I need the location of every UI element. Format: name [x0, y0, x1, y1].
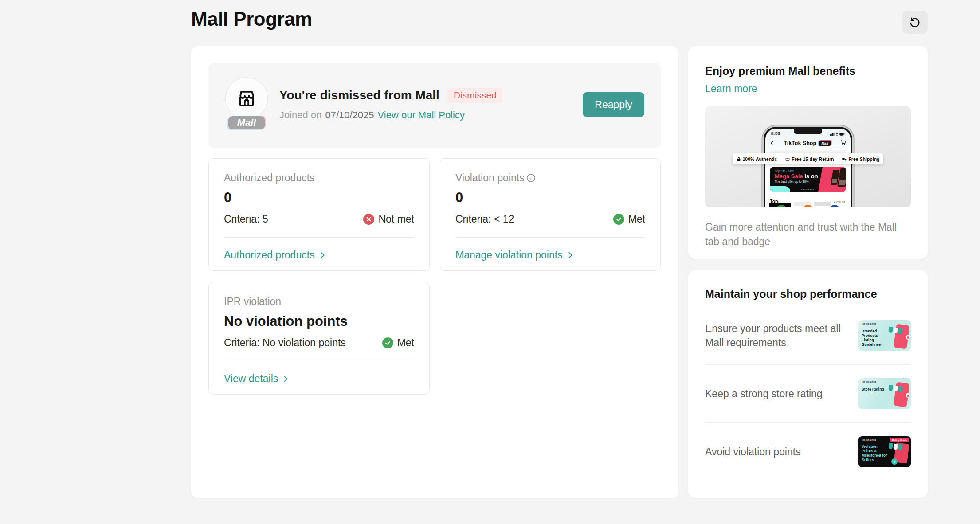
link-label: View details	[224, 373, 278, 385]
guide-item-violation-points[interactable]: Avoid violation points TikTok Shop Polic…	[705, 422, 911, 481]
metric-criteria: Criteria: 5	[224, 213, 268, 225]
phone-app-name: TikTok Shop	[784, 140, 816, 146]
metric-label: Authorized products	[224, 172, 315, 184]
mall-policy-link[interactable]: View our Mall Policy	[378, 109, 465, 121]
guide-text: Avoid violation points	[705, 445, 801, 459]
metric-card-violation-points: Violation points 0 Criteria: < 12 Met Ma…	[440, 158, 661, 271]
carousel-dots: ••••••••	[801, 188, 815, 191]
divider	[224, 361, 414, 361]
not-met-icon	[363, 214, 374, 225]
guide-text: Ensure your products meet all Mall requi…	[705, 321, 850, 350]
metric-label: Violation points	[455, 172, 525, 184]
phone-notch	[794, 129, 822, 134]
metric-card-authorized-products: Authorized products 0 Criteria: 5 Not me…	[208, 158, 430, 271]
performance-title: Maintain your shop performance	[705, 288, 911, 301]
thumb-title: Violation Points & Milestones for Seller…	[862, 444, 890, 462]
mall-program-page: Mall Program Mall You're dis	[0, 0, 980, 524]
mall-status-card: Mall You're dismissed from Mall Dismisse…	[191, 46, 678, 498]
reapply-button[interactable]: Reapply	[583, 92, 644, 117]
guide-item-mall-requirements[interactable]: Ensure your products meet all Mall requi…	[705, 307, 911, 364]
chevron-right-icon	[282, 375, 289, 382]
guide-thumbnail: TikTok Shop Policy Guide Violation Point…	[858, 436, 911, 467]
phone-mockup: 8:00 TikTok Shop Mall	[764, 127, 852, 207]
benefits-caption: Gain more attention and trust with the M…	[705, 220, 911, 249]
status-indicator: Met	[382, 337, 414, 349]
link-label: Authorized products	[224, 249, 315, 261]
metric-label: IPR violation	[224, 296, 281, 308]
authorized-products-link[interactable]: Authorized products	[224, 249, 326, 261]
mall-badge: Mall	[228, 116, 265, 129]
guide-thumbnail: TikTok Shop Branded Products Listing Gui…	[858, 320, 911, 351]
thumb-title: Store Rating	[862, 387, 890, 391]
mega-sale-banner: Sept 9th - 14th Mega Sale is on The best…	[770, 167, 846, 192]
met-icon	[382, 337, 393, 348]
banner-text: You're dismissed from Mall Dismissed Joi…	[279, 88, 503, 121]
shipping-feature: Free Shipping	[842, 156, 879, 162]
status-bar-icons	[830, 132, 845, 136]
mall-promo-image: 8:00 TikTok Shop Mall	[705, 106, 911, 207]
metric-card-ipr-violation: IPR violation No violation points Criter…	[208, 282, 430, 395]
thumb-title: Branded Products Listing Guidelines	[862, 329, 890, 347]
storefront-illustration	[890, 324, 909, 350]
metric-value: No violation points	[224, 313, 414, 329]
metric-criteria: Criteria: < 12	[455, 213, 514, 225]
mall-logo-circle	[225, 77, 268, 120]
back-icon	[770, 139, 774, 147]
thumb-logo: TikTok Shop	[862, 322, 876, 325]
performance-card: Maintain your shop performance Ensure yo…	[688, 270, 928, 498]
storefront-icon	[235, 87, 258, 109]
benefits-title: Enjoy premium Mall benefits	[705, 65, 855, 78]
metric-value: 0	[455, 190, 645, 206]
guide-item-store-rating[interactable]: Keep a strong store rating TikTok Shop S…	[705, 364, 911, 422]
status-label: Met	[628, 213, 645, 225]
refresh-button[interactable]	[902, 11, 928, 34]
sale-subtitle: The best offer up to 80%	[775, 180, 846, 183]
category-circles	[765, 205, 851, 207]
dismissal-banner: Mall You're dismissed from Mall Dismisse…	[208, 63, 661, 148]
storefront-illustration	[890, 440, 909, 466]
status-indicator: Met	[613, 213, 645, 225]
met-icon	[613, 214, 624, 225]
joined-date: 07/10/2025	[325, 109, 374, 121]
storefront-illustration	[890, 382, 909, 408]
mall-feature-pill: 100% Authentic Free 15-day Return Free S…	[733, 153, 883, 164]
thumb-logo: TikTok Shop	[862, 380, 876, 383]
status-badge: Dismissed	[447, 88, 503, 103]
status-indicator: Not met	[363, 213, 414, 225]
learn-more-link[interactable]: Learn more	[705, 83, 757, 95]
view-details-link[interactable]: View details	[224, 373, 289, 385]
info-icon[interactable]	[526, 173, 536, 183]
guide-thumbnail: TikTok Shop Store Rating	[858, 378, 911, 409]
guide-text: Keep a strong store rating	[705, 387, 823, 401]
return-box-icon	[785, 157, 790, 161]
status-label: Met	[397, 337, 414, 349]
mall-logo: Mall	[225, 77, 268, 129]
metric-criteria: Criteria: No violation points	[224, 337, 346, 349]
page-title: Mall Program	[191, 8, 312, 30]
authentic-feature: 100% Authentic	[737, 156, 777, 162]
sale-dates: Sept 9th - 14th	[775, 169, 846, 172]
manage-violation-points-link[interactable]: Manage violation points	[455, 249, 574, 261]
metric-value: 0	[224, 190, 414, 206]
chevron-right-icon	[319, 252, 326, 258]
chevron-right-icon	[567, 252, 574, 258]
truck-icon	[842, 157, 847, 161]
divider	[455, 237, 645, 238]
banner-title: You're dismissed from Mall	[279, 88, 439, 102]
benefits-card: Enjoy premium Mall benefits Learn more 8…	[688, 46, 928, 259]
cart-icon	[840, 139, 846, 147]
lock-icon	[737, 157, 741, 161]
sale-accent: Mega Sale	[775, 173, 803, 180]
joined-prefix: Joined on	[279, 109, 321, 121]
phone-mall-chip: Mall	[819, 141, 831, 146]
link-label: Manage violation points	[455, 249, 563, 261]
refresh-icon	[909, 16, 921, 29]
thumb-logo: TikTok Shop	[862, 438, 876, 441]
phone-time: 8:00	[771, 131, 780, 136]
divider	[224, 237, 414, 238]
status-label: Not met	[378, 213, 414, 225]
sale-rest: is on	[803, 173, 818, 180]
performance-list: Ensure your products meet all Mall requi…	[705, 307, 911, 481]
return-feature: Free 15-day Return	[785, 156, 834, 162]
